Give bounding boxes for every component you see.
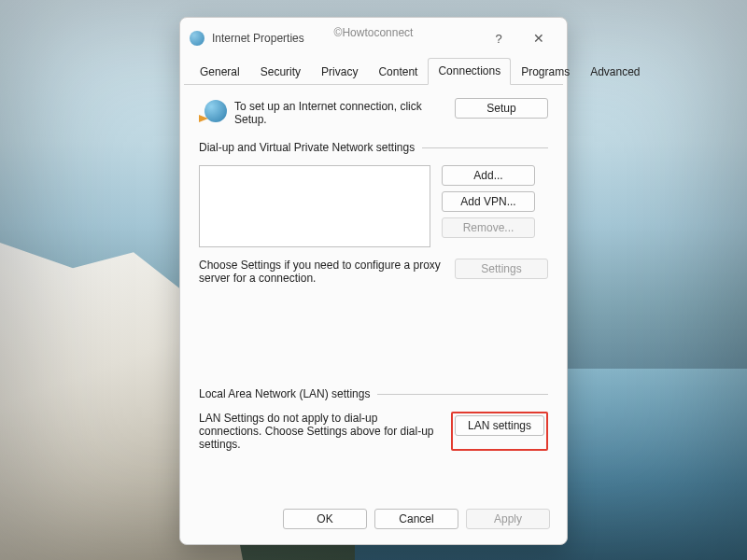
lan-settings-button[interactable]: LAN settings [455,415,544,436]
tab-privacy[interactable]: Privacy [311,58,368,85]
dialup-listbox[interactable] [199,165,430,247]
dialog-footer: OK Cancel Apply [180,499,567,544]
titlebar: Internet Properties ©Howtoconnect ? ✕ [180,18,567,57]
tab-connections[interactable]: Connections [428,58,511,85]
tab-security[interactable]: Security [250,58,311,85]
tab-general[interactable]: General [190,58,250,85]
globe-icon [199,98,227,126]
tab-programs[interactable]: Programs [511,58,580,85]
tab-content: To set up an Internet connection, click … [180,85,567,499]
internet-options-icon [190,31,204,46]
lan-heading: Local Area Network (LAN) settings [199,387,370,400]
add-button[interactable]: Add... [442,165,535,186]
help-button[interactable]: ? [485,25,513,51]
divider [422,147,548,148]
apply-button: Apply [466,509,550,529]
dialup-settings-button: Settings [455,259,548,279]
choose-settings-text: Choose Settings if you need to configure… [199,259,444,285]
internet-properties-dialog: Internet Properties ©Howtoconnect ? ✕ Ge… [179,17,568,545]
cancel-button[interactable]: Cancel [374,509,458,529]
remove-button: Remove... [442,217,535,238]
tab-content[interactable]: Content [368,58,428,85]
divider [377,394,548,395]
lan-description: LAN Settings do not apply to dial-up con… [199,412,440,451]
tab-strip: General Security Privacy Content Connect… [184,57,563,85]
tab-advanced[interactable]: Advanced [580,58,650,85]
lan-settings-highlight: LAN settings [451,412,548,451]
close-button[interactable]: ✕ [520,25,557,51]
dialup-heading: Dial-up and Virtual Private Network sett… [199,141,415,154]
setup-button[interactable]: Setup [455,98,548,119]
ok-button[interactable]: OK [283,509,367,529]
window-title: Internet Properties [212,32,304,45]
setup-description: To set up an Internet connection, click … [234,98,447,126]
add-vpn-button[interactable]: Add VPN... [442,191,535,212]
